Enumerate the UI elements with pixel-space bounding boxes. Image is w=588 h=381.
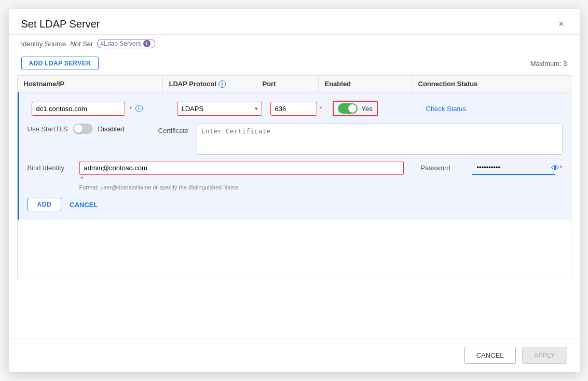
bind-identity-label: Bind Identity <box>28 161 74 172</box>
cert-textarea[interactable] <box>197 124 562 155</box>
tag-label: #Ldap Servers <box>101 40 141 47</box>
dialog-subtitle: Identity Source Not Set #Ldap Servers 1 <box>9 35 580 53</box>
password-wrap: 👁 * <box>472 161 562 175</box>
protocol-info-icon[interactable]: i <box>218 80 226 88</box>
row-top: * i LDAP LDAPS * <box>28 99 563 118</box>
protocol-cell: LDAP LDAPS <box>173 100 266 118</box>
starttls-status-label: Disabled <box>98 125 125 133</box>
bind-password-row: Bind Identity * Format: user@domainName … <box>28 161 563 190</box>
starttls-group: Use StartTLS Disabled <box>28 124 142 134</box>
bind-identity-input[interactable] <box>79 161 404 175</box>
check-status-cell: Check Status <box>422 103 563 115</box>
th-protocol: LDAP Protocol i <box>163 76 256 92</box>
ldap-row-expanded: * i LDAP LDAPS * <box>18 92 571 220</box>
th-enabled: Enabled <box>319 76 412 92</box>
password-required: * <box>559 164 562 172</box>
add-button[interactable]: ADD <box>28 198 62 211</box>
footer-cancel-button[interactable]: CANCEL <box>464 347 516 364</box>
subtitle-status: Not Set <box>70 40 92 48</box>
spacer <box>9 279 580 338</box>
cancel-row-button[interactable]: CANCEL <box>67 198 100 211</box>
max-label: Maximum: 3 <box>530 60 567 67</box>
starttls-toggle[interactable] <box>73 124 93 134</box>
cert-label: Certificate <box>158 124 189 134</box>
table-header: Hostname/IP LDAP Protocol i Port Enabled… <box>18 76 571 92</box>
password-input[interactable] <box>472 161 555 175</box>
th-protocol-label: LDAP Protocol <box>169 80 217 88</box>
footer-apply-button: APPLY <box>522 347 567 364</box>
port-cell: * <box>266 100 329 118</box>
bind-input-wrap: * Format: user@domainName or specify the… <box>79 161 404 190</box>
bind-identity-group: Bind Identity * Format: user@domainName … <box>28 161 404 190</box>
toolbar: ADD LDAP SERVER Maximum: 3 <box>9 53 580 75</box>
enabled-toggle[interactable] <box>338 103 358 114</box>
enabled-toggle-thumb <box>348 104 357 113</box>
ldap-servers-tag[interactable]: #Ldap Servers 1 <box>97 39 155 48</box>
password-group: Password 👁 * <box>420 161 562 175</box>
dialog-footer: CANCEL APPLY <box>9 338 580 372</box>
dialog-header: Set LDAP Server × <box>9 9 580 35</box>
hostname-info-icon[interactable]: i <box>135 105 143 112</box>
password-label: Password <box>420 161 467 172</box>
set-ldap-server-dialog: Set LDAP Server × Identity Source Not Se… <box>9 9 580 372</box>
enabled-cell: Yes <box>329 99 422 118</box>
protocol-select[interactable]: LDAP LDAPS <box>177 102 262 116</box>
cert-section: Certificate <box>158 124 563 155</box>
hostname-input[interactable] <box>32 102 125 116</box>
th-port: Port <box>256 76 319 92</box>
tag-count: 1 <box>143 40 151 47</box>
starttls-toggle-thumb <box>74 125 83 133</box>
bind-required: * <box>81 175 84 183</box>
close-button[interactable]: × <box>555 18 567 30</box>
bind-identity-hint: Format: user@domainName or specify the d… <box>79 184 404 190</box>
enabled-status-label: Yes <box>362 105 373 113</box>
dialog-title: Set LDAP Server <box>21 18 100 30</box>
starttls-label: Use StartTLS <box>28 125 68 133</box>
port-required: * <box>320 105 322 113</box>
show-password-icon[interactable]: 👁 <box>551 164 559 173</box>
starttls-cert-row: Use StartTLS Disabled Certificate <box>28 124 563 155</box>
row-actions: ADD CANCEL <box>28 198 563 211</box>
check-status-link[interactable]: Check Status <box>426 105 466 113</box>
th-hostname: Hostname/IP <box>18 76 163 92</box>
subtitle-label: Identity Source <box>21 40 66 48</box>
ldap-table: Hostname/IP LDAP Protocol i Port Enabled… <box>17 75 571 279</box>
th-connection: Connection Status <box>412 76 571 92</box>
add-ldap-server-button[interactable]: ADD LDAP SERVER <box>21 57 99 70</box>
hostname-required: * <box>130 105 132 113</box>
port-input[interactable] <box>270 102 317 116</box>
hostname-cell: * i <box>28 100 173 118</box>
